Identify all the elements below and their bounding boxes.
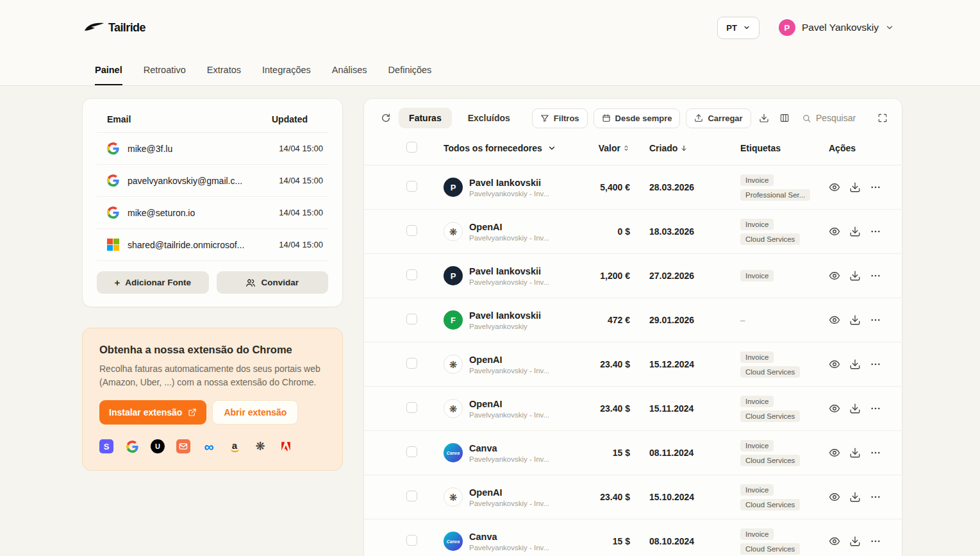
download-icon[interactable]: [849, 358, 861, 370]
email-row: mike@3f.lu 14/04 15:00: [97, 133, 328, 165]
invoice-value: 472 €: [572, 315, 630, 325]
tab-painel[interactable]: Painel: [95, 55, 122, 85]
supplier-cell: Canva Canva Pavelvyankovskiy - Inv...: [428, 443, 572, 463]
view-icon[interactable]: [829, 403, 840, 414]
refresh-button[interactable]: [378, 108, 393, 128]
amazon-icon: a: [228, 439, 242, 453]
chevron-down-icon: [743, 24, 751, 31]
more-icon[interactable]: [870, 403, 881, 414]
row-checkbox[interactable]: [406, 269, 417, 280]
view-icon[interactable]: [829, 226, 840, 237]
date-range-button[interactable]: Desde sempre: [594, 108, 681, 128]
download-icon[interactable]: [849, 270, 861, 282]
invoice-row[interactable]: ❋ OpenAI Pavelvyankovskiy - Inv... 0 $ 1…: [364, 210, 902, 254]
invite-button[interactable]: Convidar: [217, 271, 329, 294]
more-icon[interactable]: [870, 491, 881, 503]
created-column-header[interactable]: Criado: [630, 143, 726, 153]
columns-button[interactable]: [777, 108, 792, 128]
invoice-row[interactable]: ❋ OpenAI Pavelvyankovskiy - Inv... 23.40…: [364, 475, 902, 519]
download-icon[interactable]: [849, 491, 861, 503]
invoice-row[interactable]: Canva Canva Pavelvyankovskiy - Inv... 15…: [364, 431, 902, 475]
view-icon[interactable]: [829, 358, 840, 370]
pavel-logo: P: [444, 266, 463, 285]
email-row: shared@tailride.onmicrosof... 14/04 15:0…: [97, 229, 328, 261]
supplier-text: OpenAI Pavelvyankovskiy - Inv...: [469, 355, 549, 375]
amazon-smile: [231, 449, 239, 452]
supplier-name: Pavel Iankovskii: [469, 266, 549, 276]
view-icon[interactable]: [829, 181, 840, 193]
tab-analises[interactable]: Análises: [332, 55, 367, 85]
tag-pill: Cloud Services: [740, 366, 800, 378]
view-icon[interactable]: [829, 535, 840, 547]
invoice-row[interactable]: ❋ OpenAI Pavelvyankovskiy - Inv... 23.40…: [364, 342, 902, 387]
download-icon[interactable]: [849, 226, 861, 237]
fullscreen-button[interactable]: [876, 108, 890, 128]
install-extension-button[interactable]: Instalar extensão: [99, 400, 206, 425]
supplier-text: OpenAI Pavelvyankovskiy - Inv...: [469, 399, 549, 419]
row-checkbox[interactable]: [406, 402, 417, 413]
row-checkbox[interactable]: [406, 446, 417, 457]
view-icon[interactable]: [829, 270, 840, 282]
more-icon[interactable]: [870, 447, 881, 459]
extension-description: Recolha faturas automaticamente dos seus…: [99, 362, 320, 389]
row-checkbox[interactable]: [406, 535, 417, 546]
email-updated: 14/04 15:00: [279, 208, 326, 217]
invoice-value: 23.40 $: [572, 359, 630, 369]
open-extension-button[interactable]: Abrir extensão: [212, 400, 298, 425]
brand[interactable]: Tailride: [83, 21, 145, 35]
download-icon[interactable]: [849, 403, 861, 414]
export-button[interactable]: [757, 108, 772, 128]
view-icon[interactable]: [829, 491, 840, 503]
add-source-button[interactable]: + Adicionar Fonte: [97, 271, 209, 294]
invoice-row[interactable]: P Pavel Iankovskii Pavelvyankovskiy - In…: [364, 165, 902, 210]
invoice-row[interactable]: ❋ OpenAI Pavelvyankovskiy - Inv... 23.40…: [364, 387, 902, 431]
tab-extratos[interactable]: Extratos: [207, 55, 241, 85]
row-checkbox[interactable]: [406, 491, 417, 501]
tab-retroativo[interactable]: Retroativo: [144, 55, 186, 85]
row-actions: [829, 403, 886, 414]
download-icon[interactable]: [849, 314, 861, 326]
view-icon[interactable]: [829, 314, 840, 326]
adobe-icon: [279, 439, 293, 453]
select-all-checkbox[interactable]: [406, 142, 417, 153]
supplier-filter-label: Todos os fornecedores: [444, 143, 542, 153]
download-icon[interactable]: [849, 535, 861, 547]
row-checkbox[interactable]: [406, 314, 417, 324]
tag-pill: Invoice: [740, 484, 774, 496]
more-icon[interactable]: [870, 314, 881, 326]
search-input[interactable]: [816, 113, 866, 123]
more-icon[interactable]: [870, 358, 881, 370]
tab-excluidos[interactable]: Excluídos: [458, 108, 520, 128]
filters-button[interactable]: Filtros: [532, 108, 588, 128]
row-actions: [829, 181, 886, 193]
tag-pill: Cloud Services: [740, 543, 800, 555]
google-icon: [125, 439, 139, 453]
select-all-cell: [379, 142, 428, 155]
openai-glyph: ❋: [449, 404, 458, 414]
invoice-row[interactable]: F Pavel Iankovskii Pavelvyankovskiy 472 …: [364, 298, 902, 342]
row-checkbox[interactable]: [406, 358, 417, 369]
supplier-filter[interactable]: Todos os fornecedores: [428, 143, 572, 153]
row-checkbox[interactable]: [406, 225, 417, 236]
download-icon[interactable]: [849, 447, 861, 459]
upload-label: Carregar: [708, 114, 742, 123]
download-icon[interactable]: [849, 181, 861, 193]
more-icon[interactable]: [870, 181, 881, 193]
invoice-row[interactable]: Canva Canva Pavelvyankovskiy - Inv... 15…: [364, 519, 902, 556]
view-icon[interactable]: [829, 447, 840, 459]
user-menu[interactable]: P Pavel Yankovskiy: [779, 19, 894, 36]
row-select-cell: [379, 314, 428, 327]
more-icon[interactable]: [870, 535, 881, 547]
invoice-row[interactable]: P Pavel Iankovskii Pavelvyankovskiy - In…: [364, 254, 902, 298]
upload-button[interactable]: Carregar: [686, 108, 751, 128]
more-icon[interactable]: [870, 226, 881, 237]
tab-integracoes[interactable]: Integrações: [262, 55, 311, 85]
tab-definicoes[interactable]: Definições: [388, 55, 432, 85]
row-select-cell: [379, 269, 428, 283]
value-column-header[interactable]: Valor: [572, 143, 630, 153]
tab-faturas[interactable]: Faturas: [399, 108, 452, 128]
more-icon[interactable]: [870, 270, 881, 282]
tailride-logo-icon: [83, 21, 105, 34]
row-checkbox[interactable]: [406, 181, 417, 192]
language-selector[interactable]: PT: [717, 17, 760, 39]
